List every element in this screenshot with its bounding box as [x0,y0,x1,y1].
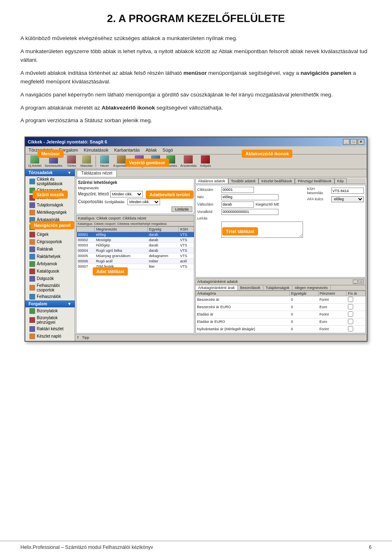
table-row[interactable]: 00006 Rugó acél méter acél [77,258,194,264]
toolbar-edit[interactable]: Szerkesztés [43,155,64,168]
fix-checkbox[interactable] [348,304,353,309]
nav-item-label: Árfolyamok [37,262,57,266]
toolbar-refresh-label: Frissítés [165,164,177,168]
detail-tab-keszlet[interactable]: Készlet beállítások [258,178,295,184]
nav-item-dolgozok[interactable]: Dolgozók [25,275,75,282]
nav-item-fizetesmod[interactable]: Fizetési módok [25,224,75,231]
nav-item-felhasznalok[interactable]: Felhasználók [25,293,75,300]
toolbar-view[interactable]: Nézet [98,155,111,168]
menu-forgalom[interactable]: Forgalom [57,147,80,153]
nav-item-cikkcsoportok[interactable]: Cikkcsoportok [25,187,75,194]
nav-item-raktari-keszlet[interactable]: Raktári készlet [25,325,75,333]
detail-tab-penzugyi[interactable]: Pénzügyi beállítások [295,178,334,184]
row-ksh: VTS [179,232,194,237]
nav-section-torzsadatok: Törzsadatok ▼ Cikkek és szolgáltatások C… [25,169,75,300]
minimize-button[interactable]: _ [343,139,350,145]
nav-item-label: Készlet napló [37,334,61,338]
nav-item-raktarak[interactable]: Raktárak [25,246,75,253]
menu-kimutatások[interactable]: Kimutatások [81,147,111,153]
menu-karbantartas[interactable]: Karbantartás [112,147,143,153]
row-ksh: VTS [179,242,194,248]
toolbar-email[interactable]: E-Mail [149,155,163,168]
price-cell-name: Eladási ár [196,311,290,318]
table-row[interactable]: 00005 Műanyag granulátum dekagramm VTS [77,253,194,258]
table-row[interactable]: 00001 előleg darab VTS [77,232,194,237]
menu-sugo[interactable]: Súgó [160,147,176,153]
price-cell-val: 0 [290,296,318,303]
nav-item-cikkek[interactable]: Cikkek és szolgáltatások [25,176,75,187]
fix-checkbox[interactable] [348,326,353,331]
nav-item-mertekegysegek[interactable]: Mértékegységek [25,209,75,216]
menu-ablak[interactable]: Ablak [143,147,160,153]
exit-icon [201,155,210,163]
detail-tab-altalanos[interactable]: Általános adatok [195,178,228,184]
nav-item-besorolasok[interactable]: Besorolások [25,194,75,201]
filter-combo-megszunt[interactable]: Minden cikk. [110,191,143,197]
table-row[interactable]: 00003 Hűtőgép darab VTS [77,242,194,248]
price-tab-idegen[interactable]: Idegen megnevezés [292,285,331,290]
nav-item-cegek[interactable]: Cégek [25,231,75,238]
listazas-button[interactable]: Listázás [172,206,192,212]
fix-checkbox[interactable] [348,311,353,317]
nav-header-torzsadatok[interactable]: Törzsadatok ▼ [25,169,75,176]
ksh-input[interactable] [331,188,364,194]
price-panel-minimize[interactable]: _ [353,280,358,284]
toolbar-email-label: E-Mail [151,164,160,168]
afa-select[interactable]: előleg [331,196,364,202]
close-button[interactable]: ✕ [358,139,364,145]
data-list-box: Katalógus: Cikkek csoport: Cikklista néz… [76,215,194,334]
tab-tablazatos[interactable]: Táblázatos nézet [77,170,117,177]
detail-col-left: Cikkszám Név Változlám [197,187,303,239]
main-tabs: Táblázatos nézet [75,169,367,177]
toolbar-exit[interactable]: Kilépés [198,155,212,168]
nav-item-arkatagoria[interactable]: Árkatagóriák [25,216,75,224]
table-row[interactable]: 00007 Zöld festék liter VTS [77,264,194,269]
nav-header-forgalom[interactable]: Forgalom ▼ [25,300,75,307]
price-tab-arkat[interactable]: Árkatagóriánkénti árak [196,285,238,290]
price-cell-val: 0 [290,311,318,318]
nav-item-bizonylatok[interactable]: Bizonylatok [25,307,75,315]
nav-item-cegcsoportok[interactable]: Cégcsoportok [25,238,75,246]
row-id: 00006 [77,258,95,264]
fix-checkbox[interactable] [348,297,353,302]
toolbar-refresh[interactable]: Frissítés [163,155,178,168]
nav-item-keszlet-naplo[interactable]: Készlet napló [25,333,75,340]
price-tab-tulajdonsagok[interactable]: Tulajdonságok [263,285,292,290]
nav-item-tulajdonsagok[interactable]: Tulajdonságok [25,201,75,209]
cikkszam-input[interactable] [221,187,254,193]
nav-item-raktarhelyek[interactable]: Raktárhelyek [25,253,75,260]
vonalkod-input[interactable] [221,209,278,215]
kesznaplo-icon [29,334,35,339]
detail-tab-tovabbi[interactable]: További adatok [228,178,259,184]
price-panel-maximize[interactable]: □ [359,280,364,284]
toolbar-export[interactable]: Exportálás [112,155,130,168]
nev-input[interactable] [221,194,278,200]
toolbar-new[interactable]: Új felvitel [27,155,42,168]
maximize-button[interactable]: □ [350,139,357,145]
besorolasok-icon [29,195,35,201]
detail-tab-kep[interactable]: Kép [334,178,347,184]
nav-item-katalogusok[interactable]: Katalógusok [25,268,75,275]
nav-item-arfolyamok[interactable]: Árfolyamok [25,260,75,268]
table-row[interactable]: 00004 Rugó ugró béka darab VTS [77,248,194,253]
nav-item-akciok[interactable]: Akciók [25,340,75,341]
menu-torzsadatok[interactable]: Törzsadatok [26,147,56,153]
form-row-afa: ÁFA kulcs előleg [307,196,364,202]
table-row[interactable]: 00002 Mosógép darab VTS [77,237,194,242]
price-cell-penznem: Forint [318,296,347,303]
fix-checkbox[interactable] [348,319,353,324]
price-tab-besorolasok[interactable]: Besorolások [238,285,263,290]
row-name: Rugó ugró béka [95,248,148,253]
paragraph-6: A program verziószáma a Státusz sorban j… [20,116,372,125]
toolbar-price[interactable]: Árszámítás [179,155,198,168]
toolbar-catalog[interactable]: Katalógus [131,155,148,168]
filter-combo-szolg[interactable]: Minden cikk. [127,199,160,205]
toolbar-copy[interactable]: Másolás [79,155,94,168]
app-title-text: Cikkek - Jelenlegi nyomtató: SnagIt 6 [28,139,107,144]
toolbar-del[interactable]: Törlés [65,155,78,168]
nav-item-felh-csop[interactable]: Felhasználói csoportok [25,282,75,293]
valtozlam-input[interactable] [221,201,254,208]
toolbar-edit-label: Szerkesztés [45,164,62,168]
nav-item-biz-penz[interactable]: Bizonylatok pénzügyei [25,315,75,325]
leiras-input[interactable] [221,222,303,238]
